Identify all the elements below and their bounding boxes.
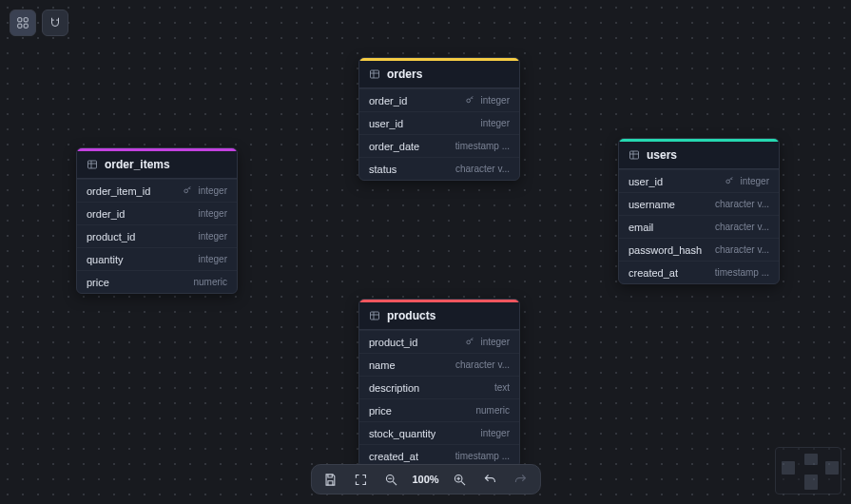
column-row[interactable]: email character v... [619,215,779,238]
column-type: integer [198,208,227,219]
column-type: integer [480,118,510,128]
column-row[interactable]: order_id integer [77,202,237,224]
table-header[interactable]: orders [359,61,519,88]
zoom-out-icon [384,473,398,487]
column-type: integer [198,254,227,264]
column-row[interactable]: user_id integer [359,111,519,134]
save-button[interactable] [320,470,339,489]
grid-view-button[interactable] [10,10,36,36]
fit-view-button[interactable] [351,470,370,489]
table-title: orders [387,68,422,81]
column-row[interactable]: password_hash character v... [619,238,779,261]
column-type: integer [480,337,510,347]
column-name: status [369,164,396,175]
column-type: integer [198,185,227,196]
column-name: price [87,277,109,288]
column-type: integer [198,231,227,242]
column-type: character v... [455,359,510,370]
zoom-out-button[interactable] [381,470,400,489]
column-row[interactable]: description text [359,376,519,398]
svg-rect-4 [88,161,97,168]
column-row[interactable]: created_at timestamp ... [619,261,779,283]
column-name: order_id [369,95,407,107]
column-row[interactable]: username character v... [619,192,779,215]
table-title: order_items [105,158,170,171]
svg-rect-0 [18,18,22,22]
column-name: email [629,222,653,233]
column-row[interactable]: price numeric [77,270,237,293]
column-name: quantity [87,254,124,265]
primary-key-icon [465,336,475,348]
column-row[interactable]: name character v... [359,353,519,376]
svg-point-11 [467,340,471,344]
column-type: character v... [715,199,769,209]
column-row[interactable]: order_date timestamp ... [359,134,519,157]
zoom-level: 100% [412,474,438,485]
svg-point-9 [726,180,730,184]
magnet-icon [48,16,62,29]
table-title: products [387,309,435,322]
table-header[interactable]: users [619,142,779,169]
zoom-toolbar: 100% [310,464,540,494]
column-row[interactable]: order_item_id integer [77,179,237,202]
column-name: created_at [629,267,678,279]
column-type: integer [480,428,510,438]
table-header[interactable]: products [359,302,519,330]
column-row[interactable]: status character v... [359,157,519,180]
zoom-in-icon [453,473,467,487]
table-users[interactable]: users user_id integer username character… [618,138,780,284]
column-name: password_hash [629,244,702,256]
column-type: numeric [475,405,510,416]
column-type: character v... [715,244,769,255]
svg-rect-6 [371,70,379,78]
table-products[interactable]: products product_id integer name charact… [358,299,520,468]
column-name: order_date [369,141,419,152]
column-row[interactable]: order_id integer [359,88,519,111]
column-row[interactable]: price numeric [359,398,519,421]
column-name: price [369,405,392,417]
column-row[interactable]: product_id integer [77,224,237,247]
column-type: integer [480,95,510,106]
fullscreen-icon [354,473,368,487]
column-row[interactable]: quantity integer [77,247,237,270]
column-name: user_id [369,118,403,129]
redo-icon [513,473,528,487]
table-order-items[interactable]: order_items order_item_id integer order_… [76,147,238,294]
svg-point-7 [467,99,471,103]
table-icon [87,159,98,170]
minimap[interactable] [775,447,841,494]
column-type: character v... [715,222,769,232]
column-name: name [369,359,396,371]
column-name: product_id [369,337,417,348]
zoom-in-button[interactable] [451,470,470,489]
svg-rect-1 [24,18,28,22]
column-type: timestamp ... [455,141,510,151]
table-icon [629,149,640,161]
column-type: numeric [193,277,227,287]
column-name: description [369,382,419,394]
column-type: character v... [455,164,510,174]
column-name: stock_quantity [369,428,435,439]
column-name: product_id [87,231,135,242]
column-row[interactable]: stock_quantity integer [359,421,519,444]
magnet-view-button[interactable] [42,10,68,36]
svg-rect-10 [371,312,379,320]
column-type: timestamp ... [455,451,510,461]
grid-icon [16,16,29,29]
undo-button[interactable] [481,470,500,489]
primary-key-icon [465,94,475,107]
primary-key-icon [183,184,193,197]
column-type: timestamp ... [715,267,769,278]
column-row[interactable]: user_id integer [619,169,779,192]
table-orders[interactable]: orders order_id integer user_id integer … [358,57,520,181]
column-name: username [629,199,675,210]
column-name: created_at [369,451,418,462]
table-header[interactable]: order_items [77,151,237,179]
save-icon [323,473,338,487]
column-type: text [494,382,510,393]
column-row[interactable]: product_id integer [359,330,519,353]
redo-button[interactable] [512,470,531,489]
column-name: user_id [629,176,663,187]
view-toolbar [10,10,68,36]
svg-rect-3 [24,24,28,28]
